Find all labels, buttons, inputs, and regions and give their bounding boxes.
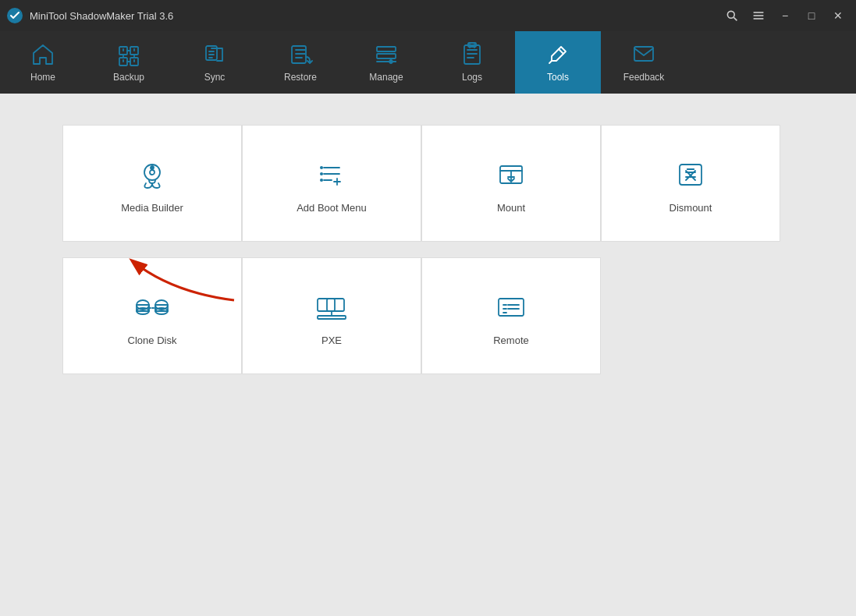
svg-rect-11	[292, 46, 306, 63]
nav-manage[interactable]: Manage	[343, 31, 429, 94]
svg-line-2	[733, 17, 737, 20]
svg-rect-17	[464, 45, 480, 64]
tool-mount[interactable]: Mount	[421, 125, 601, 242]
nav-restore-label: Restore	[284, 72, 317, 83]
svg-rect-44	[318, 299, 335, 311]
nav-logs-label: Logs	[462, 72, 482, 83]
tool-media-builder-label: Media Builder	[121, 202, 183, 214]
tool-remote[interactable]: Remote	[421, 257, 601, 374]
nav-feedback[interactable]: Feedback	[601, 31, 687, 94]
tool-dismount-label: Dismount	[670, 202, 712, 214]
nav-tools[interactable]: Tools	[515, 31, 601, 94]
search-button[interactable]	[720, 5, 744, 27]
svg-rect-47	[499, 299, 524, 316]
minimize-button[interactable]: −	[773, 5, 797, 27]
svg-rect-13	[377, 54, 396, 58]
nav-backup-label: Backup	[113, 72, 144, 83]
nav-logs[interactable]: Logs	[429, 31, 515, 94]
nav-tools-label: Tools	[547, 72, 569, 83]
tool-remote-label: Remote	[493, 335, 529, 346]
tool-add-boot-menu[interactable]: Add Boot Menu	[242, 125, 421, 242]
tools-row-1: Media Builder Add Boot Menu	[62, 125, 794, 242]
nav-restore[interactable]: Restore	[258, 31, 343, 94]
nav-home-label: Home	[30, 72, 55, 83]
svg-rect-12	[377, 47, 396, 51]
svg-point-43	[155, 306, 157, 309]
nav-backup[interactable]: Backup	[86, 31, 172, 94]
tool-clone-disk-label: Clone Disk	[128, 335, 177, 346]
app-logo-icon	[6, 7, 23, 24]
nav-sync-label: Sync	[204, 72, 226, 83]
titlebar-left: MiniTool ShadowMaker Trial 3.6	[6, 7, 173, 24]
svg-point-28	[320, 179, 323, 182]
svg-point-24	[320, 166, 323, 169]
maximize-button[interactable]: □	[800, 5, 823, 27]
hamburger-button[interactable]	[747, 5, 770, 27]
tool-add-boot-menu-label: Add Boot Menu	[297, 202, 367, 214]
app-title: MiniTool ShadowMaker Trial 3.6	[30, 10, 173, 22]
nav-manage-label: Manage	[369, 72, 403, 83]
tool-mount-label: Mount	[497, 202, 525, 214]
tool-pxe-label: PXE	[321, 335, 342, 346]
tools-row-2: Clone Disk PXE Remote	[62, 257, 794, 374]
tool-pxe[interactable]: PXE	[242, 257, 421, 374]
navbar: Home Backup Sync Restor	[0, 31, 856, 94]
content-area: Media Builder Add Boot Menu	[0, 94, 856, 616]
tool-dismount[interactable]: Dismount	[601, 125, 780, 242]
svg-point-21	[150, 170, 155, 175]
close-button[interactable]: ✕	[826, 5, 850, 27]
nav-sync[interactable]: Sync	[172, 31, 258, 94]
tool-media-builder[interactable]: Media Builder	[62, 125, 242, 242]
titlebar-controls: − □ ✕	[720, 5, 850, 27]
titlebar: MiniTool ShadowMaker Trial 3.6 − □ ✕	[0, 0, 856, 31]
svg-rect-45	[327, 299, 344, 311]
svg-rect-46	[318, 316, 346, 319]
svg-point-22	[151, 166, 154, 169]
svg-rect-19	[634, 47, 653, 61]
nav-home[interactable]: Home	[0, 31, 86, 94]
svg-point-1	[727, 11, 734, 18]
svg-point-42	[148, 306, 151, 309]
svg-point-26	[320, 172, 323, 175]
tool-clone-disk[interactable]: Clone Disk	[62, 257, 242, 374]
nav-feedback-label: Feedback	[623, 72, 665, 83]
